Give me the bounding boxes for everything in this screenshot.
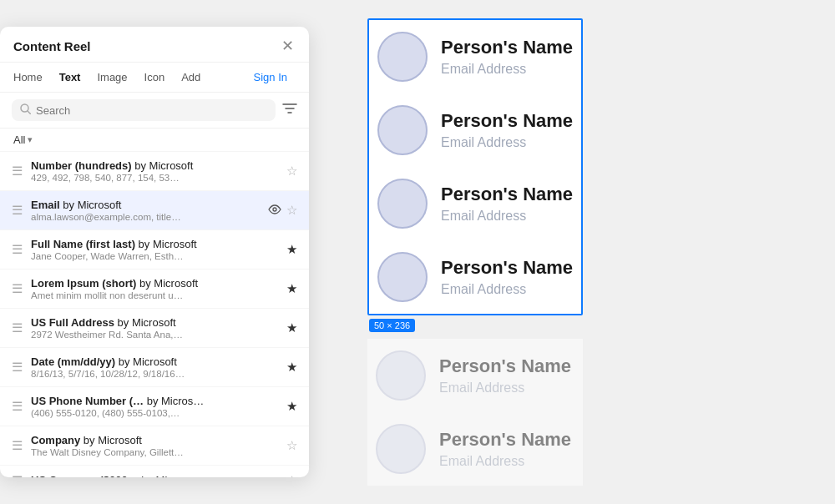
list-icon: ☰ — [12, 242, 23, 257]
person-email: Email Address — [441, 135, 573, 150]
list-icon: ☰ — [12, 438, 23, 453]
item-actions: ★ — [286, 320, 297, 335]
nav-icon[interactable]: Icon — [136, 68, 174, 87]
item-subtitle: Amet minim mollit non deserunt u… — [31, 290, 278, 300]
person-name: Person's Name — [441, 110, 573, 132]
person-name: Person's Name — [441, 257, 573, 279]
star-icon[interactable]: ☆ — [286, 473, 297, 477]
faded-rows: Person's Name Email Address Person's Nam… — [367, 339, 583, 486]
list-icon: ☰ — [12, 281, 23, 296]
item-content: Number (hundreds) by Microsoft 429, 492,… — [31, 159, 278, 183]
item-title: Email by Microsoft — [31, 199, 260, 211]
item-title: US Currency ($000… by Micros… — [31, 474, 278, 477]
star-icon[interactable]: ☆ — [286, 164, 297, 179]
item-actions: ☆ — [286, 438, 297, 453]
search-input[interactable] — [36, 104, 267, 117]
svg-point-5 — [273, 208, 276, 211]
list-item[interactable]: ☰ Company by Microsoft The Walt Disney C… — [0, 426, 309, 466]
item-content: Company by Microsoft The Walt Disney Com… — [31, 434, 278, 457]
list-item[interactable]: ☰ Number (hundreds) by Microsoft 429, 49… — [0, 152, 309, 191]
star-icon[interactable]: ☆ — [286, 438, 297, 453]
list-icon: ☰ — [12, 164, 23, 179]
item-content: US Full Address by Microsoft 2972 Westhe… — [31, 316, 278, 340]
item-title: Lorem Ipsum (short) by Microsoft — [31, 277, 278, 290]
person-row: Person's Name Email Address — [369, 20, 581, 93]
eye-icon[interactable] — [268, 204, 281, 217]
person-email: Email Address — [441, 282, 573, 297]
filter-row[interactable]: All ▾ — [0, 129, 309, 152]
person-row: Person's Name Email Address — [369, 240, 581, 314]
item-content: US Currency ($000… by Micros… — [31, 474, 278, 477]
list-item[interactable]: ☰ US Full Address by Microsoft 2972 West… — [0, 309, 309, 348]
list-item[interactable]: ☰ Full Name (first last) by Microsoft Ja… — [0, 230, 309, 270]
item-title: Company by Microsoft — [31, 434, 278, 446]
panel-header: Content Reel ✕ — [0, 27, 309, 63]
nav-text[interactable]: Text — [51, 68, 89, 87]
avatar — [376, 350, 426, 401]
list-item[interactable]: ☰ Lorem Ipsum (short) by Microsoft Amet … — [0, 270, 309, 309]
item-subtitle: The Walt Disney Company, Gillett… — [31, 447, 278, 457]
chevron-down-icon: ▾ — [28, 134, 33, 145]
search-input-wrap — [12, 99, 276, 121]
list-icon: ☰ — [12, 203, 23, 218]
item-title: US Phone Number (… by Micros… — [31, 395, 278, 407]
person-info: Person's Name Email Address — [441, 37, 573, 77]
filter-icon[interactable] — [282, 102, 297, 118]
person-email: Email Address — [439, 454, 571, 469]
person-name: Person's Name — [441, 37, 573, 58]
item-content: Date (mm/dd/yy) by Microsoft 8/16/13, 5/… — [31, 355, 278, 379]
star-icon[interactable]: ★ — [286, 242, 297, 257]
avatar — [377, 105, 428, 155]
item-actions: ★ — [286, 242, 297, 257]
avatar — [376, 424, 426, 474]
nav-add[interactable]: Add — [173, 68, 209, 87]
item-content: Email by Microsoft alma.lawson@example.c… — [31, 199, 260, 222]
person-info: Person's Name Email Address — [441, 184, 573, 224]
item-title: Date (mm/dd/yy) by Microsoft — [31, 355, 278, 368]
list-item[interactable]: ☰ US Currency ($000… by Micros… ☆ — [0, 466, 309, 477]
item-content: US Phone Number (… by Micros… (406) 555-… — [31, 395, 278, 418]
person-email: Email Address — [441, 209, 573, 224]
star-icon[interactable]: ★ — [286, 320, 297, 335]
item-actions: ★ — [286, 281, 297, 296]
person-email: Email Address — [441, 62, 573, 77]
person-info: Person's Name Email Address — [439, 355, 571, 396]
filter-all-label: All ▾ — [13, 134, 33, 146]
size-badge: 50 × 236 — [369, 319, 415, 332]
item-subtitle: 8/16/13, 5/7/16, 10/28/12, 9/18/16… — [31, 369, 278, 379]
item-actions: ☆ — [286, 473, 297, 477]
star-icon[interactable]: ☆ — [286, 203, 297, 218]
item-actions: ☆ — [268, 203, 297, 218]
star-icon[interactable]: ★ — [286, 399, 297, 414]
close-button[interactable]: ✕ — [280, 38, 296, 53]
canvas-area: Person's Name Email Address Person's Nam… — [342, 2, 835, 502]
item-subtitle: Jane Cooper, Wade Warren, Esth… — [31, 251, 278, 261]
avatar — [377, 179, 428, 229]
person-name: Person's Name — [439, 355, 571, 377]
list-item[interactable]: ☰ US Phone Number (… by Micros… (406) 55… — [0, 387, 309, 426]
content-reel-panel: Content Reel ✕ Home Text Image Icon Add … — [0, 27, 309, 477]
list-item[interactable]: ☰ Date (mm/dd/yy) by Microsoft 8/16/13, … — [0, 348, 309, 387]
star-icon[interactable]: ★ — [286, 281, 297, 296]
avatar — [377, 32, 428, 82]
item-subtitle: (406) 555-0120, (480) 555-0103,… — [31, 408, 278, 418]
person-info: Person's Name Email Address — [439, 429, 571, 469]
person-name: Person's Name — [439, 429, 571, 451]
item-subtitle: 429, 492, 798, 540, 877, 154, 53… — [31, 173, 278, 183]
avatar — [377, 252, 428, 302]
list-icon: ☰ — [12, 320, 23, 335]
item-content: Full Name (first last) by Microsoft Jane… — [31, 238, 278, 261]
list-item[interactable]: ☰ Email by Microsoft alma.lawson@example… — [0, 191, 309, 230]
star-icon[interactable]: ★ — [286, 360, 297, 375]
nav-home[interactable]: Home — [13, 68, 51, 87]
nav-image[interactable]: Image — [89, 68, 135, 87]
person-row: Person's Name Email Address — [369, 93, 581, 167]
item-subtitle: 2972 Westheimer Rd. Santa Ana,… — [31, 330, 278, 340]
list-icon: ☰ — [12, 360, 23, 375]
selected-group: Person's Name Email Address Person's Nam… — [367, 18, 583, 315]
person-info: Person's Name Email Address — [441, 110, 573, 150]
item-content: Lorem Ipsum (short) by Microsoft Amet mi… — [31, 277, 278, 300]
search-bar — [0, 93, 309, 129]
panel-title: Content Reel — [13, 39, 91, 53]
nav-sign-in[interactable]: Sign In — [245, 68, 296, 87]
